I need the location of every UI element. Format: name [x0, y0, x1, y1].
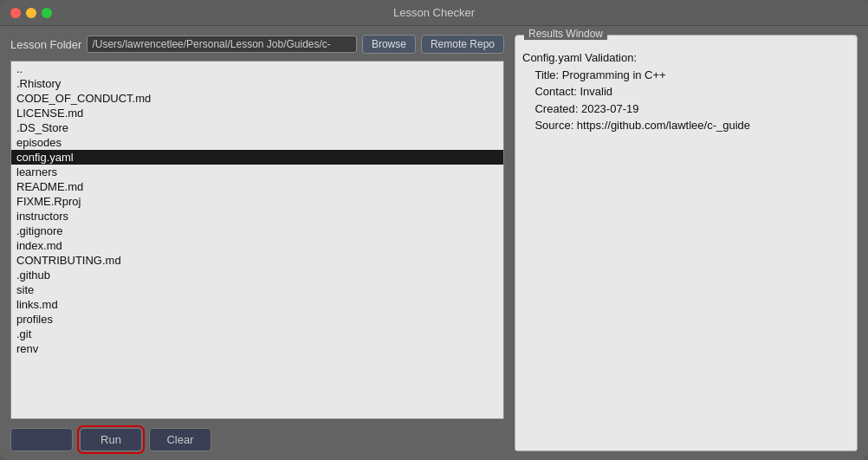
window-title: Lesson Checker — [393, 6, 475, 19]
left-dark-button[interactable] — [10, 428, 73, 451]
list-item[interactable]: README.md — [11, 179, 503, 194]
list-item[interactable]: FIXME.Rproj — [11, 194, 503, 209]
bottom-buttons: Run Clear — [10, 426, 504, 451]
list-item[interactable]: config.yaml — [11, 150, 503, 165]
titlebar: Lesson Checker — [0, 0, 868, 26]
list-item[interactable]: .Rhistory — [11, 76, 503, 91]
list-item[interactable]: instructors — [11, 209, 503, 224]
clear-button[interactable]: Clear — [149, 428, 211, 451]
list-item[interactable]: .DS_Store — [11, 120, 503, 135]
results-textarea[interactable] — [515, 44, 857, 450]
list-item[interactable]: CODE_OF_CONDUCT.md — [11, 91, 503, 106]
main-content: Lesson Folder Browse Remote Repo ...Rhis… — [0, 26, 868, 460]
list-item[interactable]: episodes — [11, 135, 503, 150]
file-list: ...RhistoryCODE_OF_CONDUCT.mdLICENSE.md.… — [11, 62, 503, 356]
list-item[interactable]: site — [11, 282, 503, 297]
list-item[interactable]: learners — [11, 165, 503, 179]
browse-button[interactable]: Browse — [362, 35, 416, 54]
folder-path-input[interactable] — [87, 36, 357, 53]
list-item[interactable]: links.md — [11, 297, 503, 312]
list-item[interactable]: index.md — [11, 238, 503, 253]
left-panel: Lesson Folder Browse Remote Repo ...Rhis… — [10, 35, 504, 451]
list-item[interactable]: .github — [11, 268, 503, 282]
list-item[interactable]: renv — [11, 341, 503, 356]
main-window: Lesson Checker Lesson Folder Browse Remo… — [0, 0, 868, 460]
remote-repo-button[interactable]: Remote Repo — [421, 35, 504, 54]
run-button[interactable]: Run — [80, 428, 142, 451]
traffic-lights — [10, 8, 52, 18]
results-legend: Results Window — [524, 28, 607, 40]
minimize-button[interactable] — [26, 8, 36, 18]
list-item[interactable]: .gitignore — [11, 224, 503, 238]
list-item[interactable]: CONTRIBUTING.md — [11, 253, 503, 268]
lesson-folder-row: Lesson Folder Browse Remote Repo — [10, 35, 504, 54]
results-group: Results Window — [515, 35, 858, 451]
close-button[interactable] — [10, 8, 21, 18]
lesson-folder-label: Lesson Folder — [10, 38, 81, 51]
list-item[interactable]: profiles — [11, 312, 503, 327]
list-item[interactable]: .. — [11, 62, 503, 76]
list-item[interactable]: LICENSE.md — [11, 106, 503, 120]
list-item[interactable]: .git — [11, 327, 503, 341]
file-list-container[interactable]: ...RhistoryCODE_OF_CONDUCT.mdLICENSE.md.… — [10, 61, 504, 419]
maximize-button[interactable] — [42, 8, 52, 18]
right-panel: Results Window — [515, 35, 858, 451]
